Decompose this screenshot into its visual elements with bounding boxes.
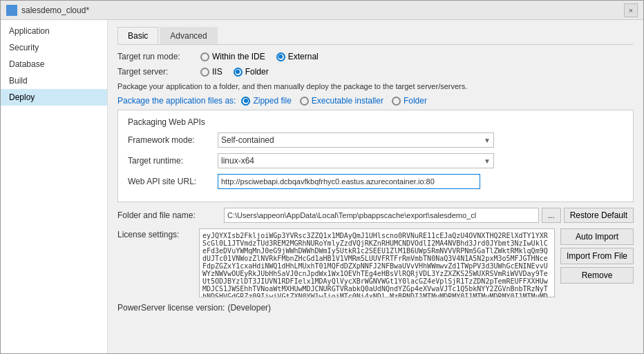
radio-within-ide-circle bbox=[200, 52, 209, 61]
powerserver-label: PowerServer license version: bbox=[117, 303, 225, 313]
sidebar-item-deploy[interactable]: Deploy bbox=[1, 89, 107, 106]
radio-external-label: External bbox=[288, 52, 319, 61]
radio-iis[interactable]: IIS bbox=[200, 67, 222, 77]
info-text: Package your application to a folder, an… bbox=[117, 82, 634, 90]
target-runtime-value: linux-x64 bbox=[221, 156, 254, 166]
radio-executable[interactable]: Executable installer bbox=[300, 96, 383, 106]
target-run-mode-group: Within the IDE External bbox=[200, 52, 319, 61]
license-row: License settings: Auto Import Import Fro… bbox=[117, 228, 634, 297]
window-title: salesdemo_cloud* bbox=[21, 6, 624, 15]
framework-mode-row: Framework mode: Self-contained ▼ bbox=[128, 132, 623, 148]
target-server-label: Target server: bbox=[117, 67, 200, 77]
tab-bar: Basic Advanced bbox=[117, 27, 634, 45]
radio-folder-option[interactable]: Folder bbox=[392, 96, 427, 106]
folder-file-value: C:\Users\appeon\AppData\Local\Temp\pbapp… bbox=[227, 211, 476, 219]
main-window: salesdemo_cloud* × Application Security … bbox=[0, 0, 644, 354]
sidebar-item-database[interactable]: Database bbox=[1, 56, 107, 72]
web-api-url-label: Web API site URL: bbox=[128, 177, 218, 186]
packaging-box-title: Packaging Web APIs bbox=[128, 117, 623, 127]
tab-basic[interactable]: Basic bbox=[117, 27, 158, 44]
radio-external[interactable]: External bbox=[276, 52, 319, 61]
radio-folder-circle bbox=[234, 68, 243, 77]
package-files-label: Package the application files as: bbox=[117, 96, 236, 106]
radio-folder-label: Folder bbox=[245, 67, 269, 77]
folder-file-row: Folder and file name: C:\Users\appeon\Ap… bbox=[117, 208, 634, 223]
target-runtime-row: Target runtime: linux-x64 ▼ bbox=[128, 153, 623, 168]
license-buttons: Auto Import Import From File Remove bbox=[560, 228, 634, 284]
radio-iis-label: IIS bbox=[212, 67, 222, 77]
import-from-file-button[interactable]: Import From File bbox=[560, 248, 634, 264]
target-run-mode-row: Target run mode: Within the IDE External bbox=[117, 52, 634, 61]
sidebar-item-build[interactable]: Build bbox=[1, 72, 107, 89]
radio-folder-option-circle bbox=[392, 97, 401, 106]
sidebar-item-security[interactable]: Security bbox=[1, 39, 107, 56]
radio-zipped[interactable]: Zipped file bbox=[241, 96, 291, 106]
license-textarea[interactable] bbox=[199, 228, 555, 297]
framework-mode-value: Self-contained bbox=[221, 135, 274, 145]
target-server-group: IIS Folder bbox=[200, 67, 269, 77]
content-area: Application Security Database Build Depl… bbox=[1, 20, 643, 353]
radio-within-ide[interactable]: Within the IDE bbox=[200, 52, 265, 61]
web-api-url-row: Web API site URL: http://psciwebapi.dcbq… bbox=[128, 174, 623, 189]
target-runtime-label: Target runtime: bbox=[128, 156, 218, 166]
target-server-row: Target server: IIS Folder bbox=[117, 67, 634, 77]
main-content: Basic Advanced Target run mode: Within t… bbox=[108, 20, 643, 353]
title-bar: salesdemo_cloud* × bbox=[1, 1, 643, 20]
app-icon bbox=[6, 5, 17, 16]
framework-mode-label: Framework mode: bbox=[128, 135, 218, 145]
radio-zipped-label: Zipped file bbox=[253, 96, 291, 106]
target-run-mode-label: Target run mode: bbox=[117, 52, 200, 61]
framework-mode-select[interactable]: Self-contained ▼ bbox=[218, 132, 494, 148]
package-options-group: Zipped file Executable installer Folder bbox=[241, 96, 426, 106]
powerserver-row: PowerServer license version: (Developer) bbox=[117, 303, 634, 313]
packaging-box: Packaging Web APIs Framework mode: Self-… bbox=[117, 110, 634, 202]
sidebar: Application Security Database Build Depl… bbox=[1, 20, 108, 353]
radio-executable-label: Executable installer bbox=[312, 96, 383, 106]
radio-iis-circle bbox=[200, 68, 209, 77]
browse-button[interactable]: ... bbox=[542, 208, 561, 223]
radio-zipped-circle bbox=[241, 97, 250, 106]
radio-folder[interactable]: Folder bbox=[234, 67, 269, 77]
folder-file-input[interactable]: C:\Users\appeon\AppData\Local\Temp\pbapp… bbox=[224, 208, 539, 223]
close-button[interactable]: × bbox=[624, 3, 638, 17]
radio-within-ide-label: Within the IDE bbox=[212, 52, 265, 61]
web-api-url-value: http://psciwebapi.dcbqavfkbqfrhyc0.eastu… bbox=[221, 177, 435, 186]
remove-button[interactable]: Remove bbox=[560, 267, 634, 284]
auto-import-button[interactable]: Auto Import bbox=[560, 228, 634, 245]
radio-executable-circle bbox=[300, 97, 309, 106]
folder-file-label: Folder and file name: bbox=[117, 210, 221, 220]
powerserver-value: (Developer) bbox=[227, 303, 271, 313]
restore-default-button[interactable]: Restore Default bbox=[564, 208, 634, 223]
web-api-url-input[interactable]: http://psciwebapi.dcbqavfkbqfrhyc0.eastu… bbox=[218, 174, 480, 189]
package-files-row: Package the application files as: Zipped… bbox=[117, 96, 634, 106]
target-runtime-select[interactable]: linux-x64 ▼ bbox=[218, 153, 494, 168]
tab-advanced[interactable]: Advanced bbox=[160, 27, 217, 44]
radio-folder-option-label: Folder bbox=[404, 96, 427, 106]
sidebar-item-application[interactable]: Application bbox=[1, 23, 107, 39]
target-runtime-arrow: ▼ bbox=[484, 157, 491, 165]
radio-external-circle bbox=[276, 52, 285, 61]
license-label: License settings: bbox=[117, 228, 193, 239]
framework-mode-arrow: ▼ bbox=[484, 137, 491, 144]
